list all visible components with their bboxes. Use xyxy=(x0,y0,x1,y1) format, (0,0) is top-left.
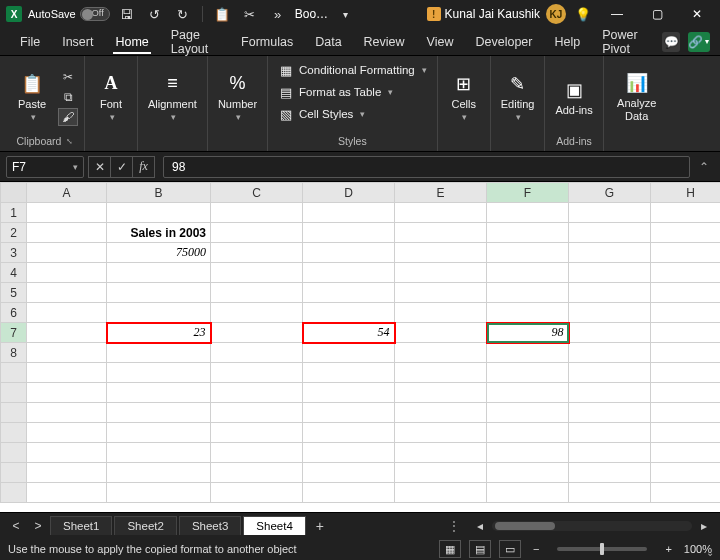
ribbon: 📋 Paste ▾ ✂ ⧉ 🖌 Clipboard⤡ A Font ▾ xyxy=(0,56,720,152)
document-title: Boo… xyxy=(295,7,328,21)
fx-icon[interactable]: fx xyxy=(132,156,154,178)
close-button[interactable]: ✕ xyxy=(680,0,714,28)
row-header-3[interactable]: 3 xyxy=(1,243,27,263)
cancel-formula-icon[interactable]: ✕ xyxy=(88,156,110,178)
row-header-7[interactable]: 7 xyxy=(1,323,27,343)
col-header-h[interactable]: H xyxy=(651,183,721,203)
chevron-down-icon: ▾ xyxy=(516,112,521,122)
row-header-1[interactable]: 1 xyxy=(1,203,27,223)
tab-help[interactable]: Help xyxy=(544,31,590,53)
sheet-tab-2[interactable]: Sheet2 xyxy=(114,516,176,535)
row-header-4[interactable]: 4 xyxy=(1,263,27,283)
enter-formula-icon[interactable]: ✓ xyxy=(110,156,132,178)
number-button[interactable]: % Number ▾ xyxy=(214,70,261,124)
editing-button[interactable]: ✎ Editing ▾ xyxy=(497,70,539,124)
cell-styles-icon: ▧ xyxy=(278,106,294,122)
tab-data[interactable]: Data xyxy=(305,31,351,53)
col-header-f[interactable]: F xyxy=(487,183,569,203)
share-button[interactable]: 🔗▾ xyxy=(688,32,710,52)
redo-icon[interactable]: ↻ xyxy=(172,3,194,25)
cell-b2[interactable]: Sales in 2003 xyxy=(107,223,211,243)
lightbulb-icon[interactable]: 💡 xyxy=(572,3,594,25)
add-sheet-button[interactable]: + xyxy=(308,518,332,534)
collapse-ribbon-icon[interactable]: ⌄ xyxy=(706,547,714,558)
sheet-tab-overflow-icon[interactable]: ⋮ xyxy=(440,519,468,533)
horizontal-scrollbar[interactable] xyxy=(492,521,692,531)
copy-icon[interactable]: ⧉ xyxy=(58,88,78,106)
row-header-2[interactable]: 2 xyxy=(1,223,27,243)
paste-button[interactable]: 📋 Paste ▾ xyxy=(12,70,52,124)
sheet-tab-3[interactable]: Sheet3 xyxy=(179,516,241,535)
col-header-c[interactable]: C xyxy=(211,183,303,203)
col-header-d[interactable]: D xyxy=(303,183,395,203)
tab-page-layout[interactable]: Page Layout xyxy=(161,24,229,60)
row-header-8[interactable]: 8 xyxy=(1,343,27,363)
sheet-tab-bar: < > Sheet1 Sheet2 Sheet3 Sheet4 + ⋮ ◂ ▸ xyxy=(0,512,720,538)
zoom-slider[interactable] xyxy=(557,547,647,551)
more-qat-icon[interactable]: » xyxy=(267,3,289,25)
cell-d7[interactable]: 54 xyxy=(303,323,395,343)
hscroll-left-icon[interactable]: ◂ xyxy=(470,516,490,536)
sheet-nav-prev-icon[interactable]: < xyxy=(6,516,26,536)
chevron-down-icon: ▾ xyxy=(110,112,115,122)
analyze-data-button[interactable]: 📊 Analyze Data xyxy=(610,69,664,123)
sheet-tab-1[interactable]: Sheet1 xyxy=(50,516,112,535)
user-avatar[interactable]: KJ xyxy=(546,4,566,24)
expand-formula-bar-icon[interactable]: ⌃ xyxy=(694,156,714,178)
formula-input[interactable]: 98 xyxy=(163,156,690,178)
cut-icon[interactable]: ✂ xyxy=(239,3,261,25)
cell-b3[interactable]: 75000 xyxy=(107,243,211,263)
cell-styles-button[interactable]: ▧ Cell Styles ▾ xyxy=(274,104,369,124)
hscroll-right-icon[interactable]: ▸ xyxy=(694,516,714,536)
tab-insert[interactable]: Insert xyxy=(52,31,103,53)
view-page-layout-icon[interactable]: ▤ xyxy=(469,540,491,558)
addins-button[interactable]: ▣ Add-ins xyxy=(551,76,596,118)
sheet-tab-4[interactable]: Sheet4 xyxy=(243,516,305,535)
undo-icon[interactable]: ↺ xyxy=(144,3,166,25)
tab-home[interactable]: Home xyxy=(105,31,158,53)
doc-dropdown-icon[interactable]: ▾ xyxy=(334,3,356,25)
name-box[interactable]: F7 ▾ xyxy=(6,156,84,178)
tab-formulas[interactable]: Formulas xyxy=(231,31,303,53)
autosave-toggle[interactable]: AutoSave xyxy=(28,7,110,21)
alignment-button[interactable]: ≡ Alignment ▾ xyxy=(144,70,201,124)
zoom-out-button[interactable]: − xyxy=(529,543,543,555)
sheet-nav-next-icon[interactable]: > xyxy=(28,516,48,536)
col-header-e[interactable]: E xyxy=(395,183,487,203)
conditional-formatting-button[interactable]: ▦ Conditional Formatting ▾ xyxy=(274,60,431,80)
cells-button[interactable]: ⊞ Cells ▾ xyxy=(444,70,484,124)
cut-icon[interactable]: ✂ xyxy=(58,68,78,86)
zoom-in-button[interactable]: + xyxy=(661,543,675,555)
clipboard-icon[interactable]: 📋 xyxy=(211,3,233,25)
conditional-formatting-icon: ▦ xyxy=(278,62,294,78)
tab-power-pivot[interactable]: Power Pivot xyxy=(592,24,658,60)
account-name[interactable]: ! Kunal Jai Kaushik xyxy=(427,7,540,21)
formula-bar: F7 ▾ ✕ ✓ fx 98 ⌃ xyxy=(0,152,720,182)
view-normal-icon[interactable]: ▦ xyxy=(439,540,461,558)
comments-button[interactable]: 💬 xyxy=(662,32,680,52)
chevron-down-icon: ▾ xyxy=(360,109,365,119)
col-header-b[interactable]: B xyxy=(107,183,211,203)
tab-file[interactable]: File xyxy=(10,31,50,53)
format-painter-icon[interactable]: 🖌 xyxy=(58,108,78,126)
cell-b7[interactable]: 23 xyxy=(107,323,211,343)
col-header-g[interactable]: G xyxy=(569,183,651,203)
font-button[interactable]: A Font ▾ xyxy=(91,70,131,124)
col-header-a[interactable]: A xyxy=(27,183,107,203)
tab-review[interactable]: Review xyxy=(354,31,415,53)
toggle-off-icon[interactable] xyxy=(80,7,110,21)
format-as-table-button[interactable]: ▤ Format as Table ▾ xyxy=(274,82,397,102)
cell-f7[interactable]: 98 xyxy=(487,323,569,343)
group-alignment: ≡ Alignment ▾ xyxy=(138,56,208,151)
view-page-break-icon[interactable]: ▭ xyxy=(499,540,521,558)
spreadsheet-grid[interactable]: A B C D E F G H 1 2 Sales in 2003 3 7500… xyxy=(0,182,720,512)
editing-icon: ✎ xyxy=(506,72,530,96)
row-header-5[interactable]: 5 xyxy=(1,283,27,303)
tab-view[interactable]: View xyxy=(417,31,464,53)
chevron-down-icon: ▾ xyxy=(31,112,36,122)
tab-developer[interactable]: Developer xyxy=(465,31,542,53)
row-header-6[interactable]: 6 xyxy=(1,303,27,323)
save-icon[interactable]: 🖫 xyxy=(116,3,138,25)
chevron-down-icon: ▾ xyxy=(422,65,427,75)
select-all-corner[interactable] xyxy=(1,183,27,203)
